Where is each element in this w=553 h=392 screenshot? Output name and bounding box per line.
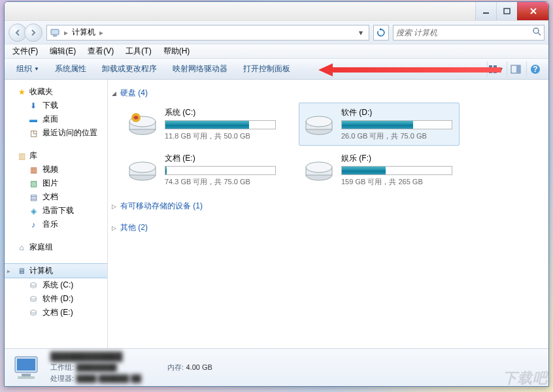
video-icon: ▦ <box>28 165 39 175</box>
search-box[interactable] <box>393 25 545 41</box>
sidebar-item-videos[interactable]: ▦视频 <box>5 163 107 176</box>
sidebar-libraries-header[interactable]: ▥库 <box>5 149 107 163</box>
usage-bar <box>341 120 452 129</box>
details-memory-value: 4.00 GB <box>186 363 212 371</box>
maximize-button[interactable] <box>496 2 517 20</box>
svg-point-21 <box>306 116 332 127</box>
breadcrumb-sep-icon: ▸ <box>99 28 103 37</box>
svg-rect-1 <box>504 8 510 14</box>
refresh-button[interactable] <box>373 25 389 41</box>
sidebar-item-desktop[interactable]: ▬桌面 <box>5 112 107 126</box>
section-header-removable[interactable]: ▷ 有可移动存储的设备 (1) <box>110 198 543 216</box>
sidebar: 收藏夹 ⬇下载 ▬桌面 ◳最近访问的位置 ▥库 ▦视频 ▧图片 ▤文档 ◈迅雷下… <box>5 80 108 348</box>
menu-tools[interactable]: 工具(T) <box>120 44 156 58</box>
drive-item[interactable]: 系统 (C:)11.8 GB 可用，共 50.0 GB <box>122 103 283 146</box>
close-button[interactable] <box>517 2 548 20</box>
picture-icon: ▧ <box>28 178 39 189</box>
breadcrumb-computer[interactable]: 计算机 <box>72 27 95 38</box>
sidebar-homegroup-header[interactable]: ⌂家庭组 <box>5 240 107 254</box>
drive-icon: ⛁ <box>28 294 39 304</box>
svg-rect-11 <box>516 65 520 73</box>
annotation-arrow-icon <box>318 61 501 78</box>
usage-bar <box>165 120 276 129</box>
computer-icon: 🖥 <box>16 266 27 276</box>
drive-icon: ⛁ <box>28 280 39 291</box>
address-bar[interactable]: ▸ 计算机 ▸ ▾ <box>46 25 369 41</box>
drive-name: 文档 (E:) <box>165 153 278 164</box>
hard-drive-icon <box>303 153 335 184</box>
breadcrumb-sep-icon: ▸ <box>64 28 68 37</box>
organize-button[interactable]: 组织 ▼ <box>10 61 46 77</box>
usage-bar <box>341 166 452 175</box>
details-cpu-label: 处理器: <box>50 374 74 382</box>
sidebar-item-drive-d[interactable]: ⛁软件 (D:) <box>5 292 107 306</box>
download-icon: ⬇ <box>28 101 39 111</box>
drive-name: 系统 (C:) <box>165 107 278 118</box>
sidebar-favorites-header[interactable]: 收藏夹 <box>5 85 107 99</box>
computer-thumb-icon <box>11 353 42 383</box>
sidebar-item-drive-e[interactable]: ⛁文档 (E:) <box>5 306 107 319</box>
menu-help[interactable]: 帮助(H) <box>158 44 195 58</box>
sidebar-group-favorites: 收藏夹 ⬇下载 ▬桌面 ◳最近访问的位置 <box>5 85 107 140</box>
hard-drive-icon <box>303 107 335 139</box>
menu-edit[interactable]: 编辑(E) <box>44 44 81 58</box>
map-network-drive-button[interactable]: 映射网络驱动器 <box>166 61 234 77</box>
drives-grid: 系统 (C:)11.8 GB 可用，共 50.0 GB软件 (D:)26.0 G… <box>110 103 543 191</box>
forward-button[interactable] <box>24 24 42 42</box>
section-header-hdd[interactable]: ◢ 硬盘 (4) <box>110 85 543 103</box>
address-dropdown-icon[interactable]: ▾ <box>356 28 366 37</box>
sidebar-item-documents[interactable]: ▤文档 <box>5 190 107 204</box>
details-pane: ████████████ 工作组: ████████ 内存: 4.00 GB 处… <box>5 348 548 386</box>
open-control-panel-button[interactable]: 打开控制面板 <box>237 61 297 77</box>
sidebar-item-downloads[interactable]: ⬇下载 <box>5 99 107 112</box>
expand-icon[interactable]: ▸ <box>7 268 10 274</box>
uninstall-programs-button[interactable]: 卸载或更改程序 <box>95 61 163 77</box>
svg-line-5 <box>538 33 541 35</box>
details-memory-label: 内存: <box>167 363 184 371</box>
section-header-other[interactable]: ▷ 其他 (2) <box>110 220 543 237</box>
sidebar-item-xunlei[interactable]: ◈迅雷下载 <box>5 204 107 218</box>
expand-icon[interactable]: ▷ <box>112 203 116 210</box>
xunlei-icon: ◈ <box>28 206 39 216</box>
sidebar-item-recent[interactable]: ◳最近访问的位置 <box>5 126 107 140</box>
chevron-down-icon: ▼ <box>34 66 39 72</box>
expand-icon[interactable]: ▷ <box>112 225 116 231</box>
drive-item[interactable]: 软件 (D:)26.0 GB 可用，共 75.0 GB <box>299 103 460 146</box>
svg-rect-0 <box>483 12 489 14</box>
svg-point-4 <box>533 28 539 33</box>
search-input[interactable] <box>396 28 532 37</box>
svg-rect-30 <box>22 374 31 376</box>
sidebar-computer-header[interactable]: ▸🖥计算机 <box>5 263 107 278</box>
svg-point-27 <box>306 162 332 172</box>
sidebar-group-computer: ▸🖥计算机 ⛁系统 (C:) ⛁软件 (D:) ⛁文档 (E:) <box>5 263 107 319</box>
svg-rect-29 <box>17 359 35 370</box>
content-pane: ◢ 硬盘 (4) 系统 (C:)11.8 GB 可用，共 50.0 GB软件 (… <box>108 80 548 348</box>
system-properties-button[interactable]: 系统属性 <box>48 61 93 77</box>
drive-stat: 26.0 GB 可用，共 75.0 GB <box>341 131 455 141</box>
preview-pane-button[interactable] <box>507 61 524 77</box>
drive-item[interactable]: 文档 (E:)74.3 GB 可用，共 75.0 GB <box>122 148 283 191</box>
help-button[interactable]: ? <box>526 61 543 77</box>
details-title: ████████████ <box>50 351 212 361</box>
menu-file[interactable]: 文件(F) <box>7 44 43 58</box>
toolbar: 组织 ▼ 系统属性 卸载或更改程序 映射网络驱动器 打开控制面板 ▼ ? <box>5 59 548 80</box>
hard-drive-icon <box>127 107 158 139</box>
body: 收藏夹 ⬇下载 ▬桌面 ◳最近访问的位置 ▥库 ▦视频 ▧图片 ▤文档 ◈迅雷下… <box>5 80 548 348</box>
sidebar-group-homegroup: ⌂家庭组 <box>5 240 107 254</box>
drive-item[interactable]: 娱乐 (F:)159 GB 可用，共 265 GB <box>299 148 460 191</box>
collapse-icon[interactable]: ◢ <box>112 90 116 97</box>
sidebar-item-music[interactable]: ♪音乐 <box>5 218 107 231</box>
svg-rect-8 <box>489 70 492 73</box>
svg-rect-9 <box>494 70 497 73</box>
hard-drive-icon <box>127 153 158 184</box>
drive-icon: ⛁ <box>28 308 39 318</box>
minimize-button[interactable] <box>475 2 496 20</box>
desktop-icon: ▬ <box>28 114 39 125</box>
menu-view[interactable]: 查看(V) <box>82 44 119 58</box>
computer-icon <box>50 27 60 38</box>
details-cpu-value: ████ ██████ ██ <box>76 374 141 382</box>
sidebar-item-drive-c[interactable]: ⛁系统 (C:) <box>5 278 107 292</box>
svg-point-24 <box>129 162 156 172</box>
sidebar-item-pictures[interactable]: ▧图片 <box>5 176 107 190</box>
view-mode-button[interactable]: ▼ <box>487 61 504 77</box>
